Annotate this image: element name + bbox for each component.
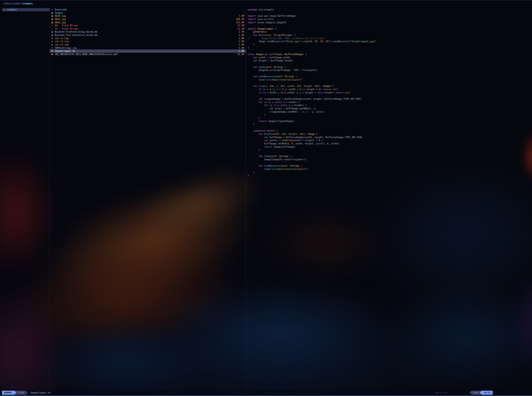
file-name: 15 - Track 15.wav bbox=[55, 27, 235, 31]
breadcrumb: ~/Data/example/ example bbox=[0, 0, 532, 7]
file-size: 586.3K bbox=[234, 18, 244, 21]
code-line: Image.loadResource("black.jpg").crop(50,… bbox=[248, 40, 530, 43]
file-row[interactable]: ◈cal-c1.svg2.9K bbox=[50, 37, 246, 40]
file-size: 2.9K bbox=[237, 43, 244, 46]
code-line: ImageIO.write(buffImage, "JPG", File(pat… bbox=[248, 69, 530, 72]
vector-file-icon: ◈ bbox=[52, 37, 55, 40]
status-bar-left: NORMAL 1.6K ImageCropper.kt bbox=[2, 391, 51, 395]
code-line: package org.example bbox=[248, 8, 530, 11]
file-size: 12.5K bbox=[235, 53, 244, 56]
file-name: cal-c3.svg bbox=[55, 43, 237, 46]
parent-pane: ▸example bbox=[2, 8, 49, 390]
code-line: buffImage.setRGB(0, 0, width, height, pi… bbox=[248, 142, 530, 145]
file-row[interactable]: ♪15 - Track 15.wav15.3M bbox=[50, 27, 246, 31]
file-row[interactable]: ↓Downloads bbox=[50, 8, 246, 11]
code-line: load("src/main/resources/$path") bbox=[248, 168, 530, 171]
markdown-file-icon: ▤ bbox=[52, 34, 55, 37]
panes: ▸example ↓Downloads▣Images▦0028.jpg1.3M▦… bbox=[0, 7, 532, 390]
code-view: package org.example import java.awt.imag… bbox=[248, 8, 530, 177]
file-size: 1.3K bbox=[237, 34, 244, 37]
cursor-position-badge: 14/15 bbox=[482, 391, 493, 395]
scroll-percent-badge: 93% bbox=[472, 391, 480, 395]
code-line: if (x + width > this.width || y + height… bbox=[248, 91, 530, 94]
file-size: 2.9K bbox=[237, 37, 244, 40]
terminal-window: ~/Data/example/ example ▸example ↓Downlo… bbox=[0, 0, 532, 396]
code-line: } bbox=[248, 174, 530, 177]
code-line: val pixels = IntArray(width * height) { … bbox=[248, 139, 530, 142]
file-row[interactable]: ▤Backend_Frontend_Setup_Guide.md1.7K bbox=[50, 30, 246, 34]
file-size: 212.9K bbox=[234, 21, 244, 24]
code-line bbox=[248, 82, 530, 85]
code-line: val buffImage = BufferedImage(width, hei… bbox=[248, 136, 530, 139]
file-row[interactable]: □IDEAsettings.zip5.2K bbox=[50, 46, 246, 50]
file-row[interactable]: ▤Backend_Test_Execution_Guide.md1.3K bbox=[50, 34, 246, 37]
file-name: SBI_0032013739_2023_DE05_0003155631Invoi… bbox=[55, 53, 235, 56]
code-line: // Image.black(100, 100).saveResource("b… bbox=[248, 37, 530, 40]
folder-icon: ▸ bbox=[4, 8, 7, 11]
file-name: ImageCropper.kt bbox=[55, 49, 237, 53]
code-line: } bbox=[248, 117, 530, 120]
file-row[interactable]: ◈cal-c2.svg2.9K bbox=[50, 40, 246, 43]
archive-file-icon: □ bbox=[52, 46, 55, 50]
code-line: croppedImage.setRGB(i - x, j - y, pixel) bbox=[248, 110, 530, 114]
item-name: example bbox=[7, 8, 48, 11]
file-name: 0028.jpg bbox=[55, 14, 237, 18]
code-line: } bbox=[248, 46, 530, 50]
file-row[interactable]: ■SBI_0032013739_2023_DE05_0003155631Invo… bbox=[50, 53, 246, 56]
status-filename: ImageCropper.kt bbox=[30, 391, 51, 394]
code-line: val croppedImage = BufferedImage(width, … bbox=[248, 97, 530, 101]
file-row[interactable]: ▦0042.jpg212.9K bbox=[50, 21, 246, 24]
powerline-separator-icon bbox=[26, 391, 28, 395]
file-size: 5.2K bbox=[237, 46, 244, 50]
code-line: class Image(val buffImage: BufferedImage… bbox=[248, 53, 530, 56]
file-size: 1.3M bbox=[237, 14, 244, 18]
powerline-separator-icon bbox=[470, 391, 472, 395]
code-line bbox=[248, 24, 530, 27]
code-line: fun main(args: Array<String>) { bbox=[248, 34, 530, 37]
code-line bbox=[248, 49, 530, 53]
file-name: IDEAsettings.zip bbox=[55, 46, 237, 50]
powerline-separator-icon bbox=[480, 391, 482, 395]
vector-file-icon: ◈ bbox=[52, 43, 55, 46]
code-line bbox=[248, 11, 530, 15]
folder-download-icon: ↓ bbox=[52, 8, 55, 11]
breadcrumb-current-dir: example bbox=[23, 2, 33, 5]
file-row[interactable]: ◈cal-c3.svg2.9K bbox=[50, 43, 246, 46]
file-row[interactable]: ▦0031.jpg586.3K bbox=[50, 18, 246, 21]
file-name: Backend_Frontend_Setup_Guide.md bbox=[55, 30, 237, 34]
image-file-icon: ▦ bbox=[52, 18, 55, 21]
file-row[interactable]: ▣Images bbox=[50, 11, 246, 15]
code-line: import javax.imageio.ImageIO bbox=[248, 21, 530, 24]
breadcrumb-path-prefix: ~/Data/example/ bbox=[3, 2, 23, 5]
file-name: cal-c2.svg bbox=[55, 40, 237, 43]
code-line: fun crop(x: Int, y: Int, width: Int, hei… bbox=[248, 85, 530, 88]
file-name: Backend_Test_Execution_Guide.md bbox=[55, 34, 237, 37]
code-line: for (i in x until x + width) { bbox=[248, 101, 530, 104]
code-line: fun saveResource(path: String) = bbox=[248, 75, 530, 78]
code-line: Image(ImageIO.read(File(path))) bbox=[248, 158, 530, 161]
file-size: 15.3M bbox=[235, 27, 244, 31]
parent-list: ▸example bbox=[2, 8, 49, 11]
vector-file-icon: ◈ bbox=[52, 40, 55, 43]
code-line: } bbox=[248, 113, 530, 117]
file-size-badge: 1.6K bbox=[16, 391, 26, 395]
code-line: import java.io.File bbox=[248, 18, 530, 21]
file-list: ↓Downloads▣Images▦0028.jpg1.3M▦0031.jpg5… bbox=[50, 8, 246, 56]
code-line bbox=[248, 152, 530, 155]
file-row[interactable]: KImageCropper.kt1.6K bbox=[50, 49, 246, 53]
code-line bbox=[248, 126, 530, 129]
image-file-icon: ▦ bbox=[52, 14, 55, 18]
parent-item[interactable]: ▸example bbox=[2, 8, 49, 11]
code-line: save("src/main/resources/$path") bbox=[248, 78, 530, 82]
code-line bbox=[248, 62, 530, 66]
kotlin-file-icon: K bbox=[52, 49, 55, 53]
code-line: fun black(width: Int, height: Int): Imag… bbox=[248, 133, 530, 136]
code-line bbox=[248, 94, 530, 97]
code-line: fun save(path: String) = bbox=[248, 66, 530, 69]
file-size: 1.7K bbox=[237, 30, 244, 34]
file-row[interactable]: ♪09 - Track 09.wav15.3M bbox=[50, 24, 246, 27]
code-line bbox=[248, 72, 530, 75]
code-line bbox=[248, 161, 530, 165]
code-line: val height = buffImage.height bbox=[248, 59, 530, 62]
file-row[interactable]: ▦0028.jpg1.3M bbox=[50, 14, 246, 18]
